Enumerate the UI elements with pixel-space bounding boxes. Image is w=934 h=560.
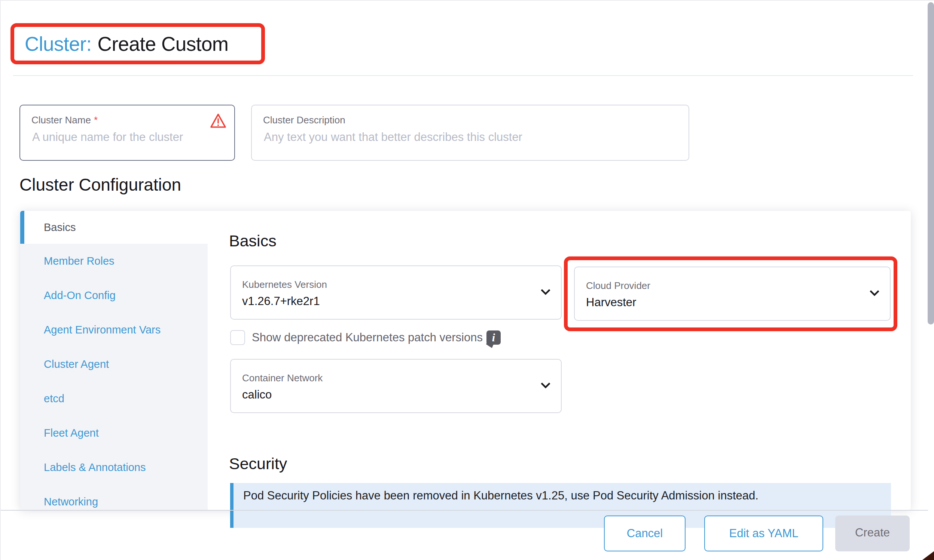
show-deprecated-checkbox[interactable] bbox=[230, 330, 245, 345]
cluster-description-input[interactable] bbox=[263, 130, 636, 144]
container-network-select[interactable]: Container Network calico bbox=[230, 359, 562, 413]
page-scrollbar-thumb[interactable] bbox=[928, 2, 934, 325]
cloud-provider-label: Cloud Provider bbox=[586, 280, 650, 292]
page-title-prefix: Cluster: bbox=[25, 33, 92, 55]
cluster-description-label: Cluster Description bbox=[263, 114, 345, 126]
footer-divider bbox=[1, 510, 928, 511]
edit-as-yaml-button[interactable]: Edit as YAML bbox=[704, 515, 823, 551]
section-title: Cluster Configuration bbox=[20, 175, 181, 195]
container-network-value: calico bbox=[242, 388, 272, 402]
chevron-down-icon bbox=[541, 382, 550, 390]
tab-fleet-agent[interactable]: Fleet Agent bbox=[20, 416, 208, 450]
cluster-create-page: Cluster:Create Custom Cluster Name* Clus… bbox=[0, 0, 934, 560]
cloud-provider-value: Harvester bbox=[586, 296, 636, 309]
security-heading: Security bbox=[229, 455, 287, 473]
create-button[interactable]: Create bbox=[835, 515, 910, 551]
kubernetes-version-select[interactable]: Kubernetes Version v1.26.7+rke2r1 bbox=[230, 265, 562, 320]
tab-agent-environment-vars[interactable]: Agent Environment Vars bbox=[20, 312, 208, 347]
tab-networking[interactable]: Networking bbox=[20, 485, 208, 510]
chevron-down-icon bbox=[541, 289, 550, 297]
mouse-cursor bbox=[921, 550, 934, 560]
show-deprecated-row: Show deprecated Kubernetes patch version… bbox=[230, 330, 501, 345]
config-tab-list: Basics Member Roles Add-On Config Agent … bbox=[20, 211, 208, 510]
tab-cluster-agent[interactable]: Cluster Agent bbox=[20, 347, 208, 381]
required-asterisk: * bbox=[94, 114, 98, 126]
tab-etcd[interactable]: etcd bbox=[20, 381, 208, 416]
tab-member-roles[interactable]: Member Roles bbox=[20, 244, 208, 278]
container-network-label: Container Network bbox=[242, 372, 323, 384]
show-deprecated-label: Show deprecated Kubernetes patch version… bbox=[252, 331, 483, 344]
cloud-provider-select[interactable]: Cloud Provider Harvester bbox=[574, 266, 891, 321]
tab-labels-annotations[interactable]: Labels & Annotations bbox=[20, 450, 208, 485]
page-title: Cluster:Create Custom bbox=[25, 32, 228, 55]
info-tooltip-icon[interactable]: i bbox=[486, 331, 501, 345]
chevron-down-icon bbox=[870, 290, 879, 298]
kubernetes-version-value: v1.26.7+rke2r1 bbox=[242, 295, 320, 308]
annotation-box-title: Cluster:Create Custom bbox=[11, 23, 265, 64]
tab-add-on-config[interactable]: Add-On Config bbox=[20, 278, 208, 312]
warning-triangle-icon bbox=[210, 113, 227, 130]
title-divider bbox=[13, 75, 913, 76]
pod-security-banner-text: Pod Security Policies have been removed … bbox=[243, 489, 758, 502]
basics-heading: Basics bbox=[229, 232, 276, 250]
kubernetes-version-label: Kubernetes Version bbox=[242, 279, 327, 291]
cluster-description-field[interactable]: Cluster Description bbox=[251, 105, 689, 161]
cancel-button[interactable]: Cancel bbox=[604, 515, 685, 551]
cluster-name-field[interactable]: Cluster Name* bbox=[20, 105, 235, 161]
cluster-name-label: Cluster Name* bbox=[31, 114, 98, 126]
cluster-name-input[interactable] bbox=[31, 130, 215, 144]
page-title-name: Create Custom bbox=[98, 33, 228, 55]
tab-basics[interactable]: Basics bbox=[20, 211, 208, 244]
